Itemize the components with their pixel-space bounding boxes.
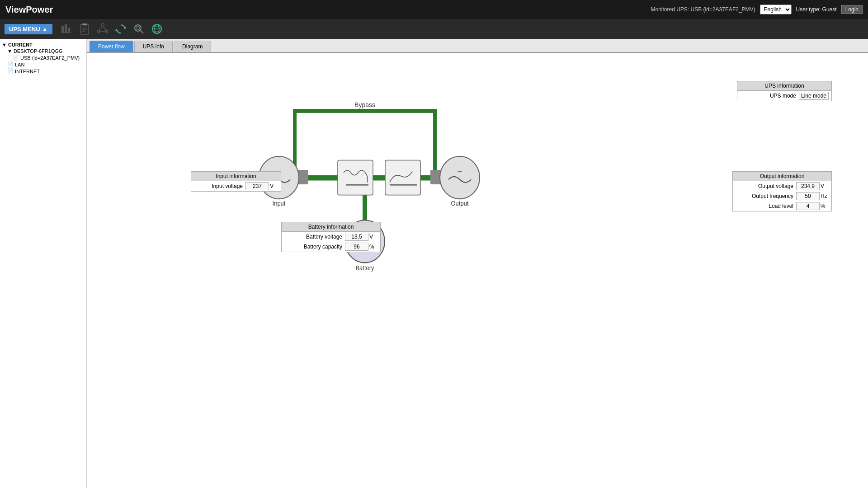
power-flow-diagram: ~ ~: [87, 53, 868, 488]
sidebar-item-internet[interactable]: 📄 INTERNET: [2, 68, 85, 75]
input-voltage-label: Input voltage: [194, 183, 245, 189]
svg-point-9: [101, 23, 104, 26]
tab-ups-info[interactable]: UPS info: [134, 41, 173, 52]
power-flow-panel: ~ ~: [87, 53, 868, 488]
tab-power-flow[interactable]: Power flow: [90, 41, 133, 52]
svg-rect-0: [61, 26, 64, 33]
ups-mode-value: Line mode: [799, 92, 829, 100]
lan-doc-icon: 📄: [7, 61, 14, 67]
tab-diagram[interactable]: Diagram: [174, 41, 211, 52]
search-button[interactable]: [131, 21, 146, 37]
sidebar-current-label: CURRENT: [8, 42, 33, 47]
svg-rect-41: [385, 160, 420, 195]
ups-info-box: UPS information UPS mode Line mode: [737, 81, 832, 101]
input-voltage-row: Input voltage 237 V: [191, 181, 281, 191]
battery-capacity-label: Battery capacity: [284, 244, 344, 250]
output-info-box: Output information Output voltage 234.9 …: [732, 171, 832, 211]
battery-voltage-value: 13.5: [345, 233, 368, 241]
monitored-ups-label: Monitored UPS: USB (id=2A37EAF2_PMV): [651, 6, 755, 13]
battery-voltage-unit: V: [369, 234, 377, 240]
output-label: Output: [451, 200, 468, 207]
sidebar-desktop-label: DESKTOP-6FR1QGG: [14, 48, 63, 54]
svg-rect-4: [80, 24, 89, 34]
sidebar-lan-label: LAN: [15, 62, 24, 67]
usb-doc-icon: 📄: [13, 55, 19, 61]
svg-point-19: [136, 26, 140, 30]
network-button[interactable]: [95, 21, 110, 37]
battery-capacity-value: 96: [345, 243, 368, 251]
globe-icon: [151, 23, 163, 35]
output-frequency-unit: Hz: [821, 193, 829, 199]
load-level-unit: %: [821, 203, 829, 209]
output-voltage-row: Output voltage 234.9 V: [733, 181, 831, 191]
report-button[interactable]: [77, 21, 92, 37]
load-level-value: 4: [796, 202, 820, 210]
output-frequency-row: Output frequency 50 Hz: [733, 191, 831, 201]
output-voltage-unit: V: [821, 183, 829, 189]
svg-line-12: [99, 26, 103, 30]
svg-rect-1: [65, 24, 67, 33]
svg-line-18: [140, 30, 143, 33]
battery-info-title: Battery information: [282, 222, 380, 232]
output-info-title: Output information: [733, 172, 831, 181]
ups-info-title: UPS information: [737, 81, 831, 91]
svg-rect-2: [68, 28, 70, 33]
svg-text:~: ~: [457, 166, 462, 177]
output-frequency-value: 50: [796, 192, 820, 200]
battery-capacity-unit: %: [369, 244, 377, 250]
language-select[interactable]: English: [760, 5, 792, 14]
output-voltage-value: 234.9: [796, 182, 820, 190]
output-frequency-label: Output frequency: [736, 193, 795, 199]
battery-label: Battery: [355, 265, 374, 272]
output-voltage-label: Output voltage: [736, 183, 795, 189]
battery-info-box: Battery information Battery voltage 13.5…: [281, 222, 381, 252]
statistics-button[interactable]: [59, 21, 74, 37]
login-button[interactable]: Login: [841, 5, 863, 14]
sidebar-item-desktop[interactable]: ▼ DESKTOP-6FR1QGG: [2, 48, 85, 54]
sidebar-usb-label: USB (id=2A37EAF2_PMV): [20, 55, 80, 61]
ups-mode-row: UPS mode Line mode: [737, 91, 831, 101]
battery-capacity-row: Battery capacity 96 %: [282, 242, 380, 252]
ups-mode-label: UPS mode: [740, 93, 798, 99]
svg-line-13: [103, 26, 107, 30]
topbar: ViewPower Monitored UPS: USB (id=2A37EAF…: [0, 0, 868, 19]
battery-voltage-row: Battery voltage 13.5 V: [282, 232, 380, 242]
sidebar-item-current[interactable]: ▼ CURRENT: [2, 42, 85, 48]
battery-voltage-label: Battery voltage: [284, 234, 344, 240]
sidebar-item-lan[interactable]: 📄 LAN: [2, 61, 85, 68]
input-label: Input: [273, 200, 286, 207]
input-info-box: Input information Input voltage 237 V: [191, 171, 281, 192]
internet-doc-icon: 📄: [7, 68, 14, 74]
ups-menu-arrow: ▲: [42, 26, 48, 33]
input-voltage-value: 237: [245, 182, 269, 190]
svg-point-17: [135, 25, 141, 31]
topbar-right: Monitored UPS: USB (id=2A37EAF2_PMV) Eng…: [651, 5, 863, 14]
svg-rect-5: [82, 23, 87, 25]
main-layout: ▼ CURRENT ▼ DESKTOP-6FR1QGG 📄 USB (id=2A…: [0, 39, 868, 488]
app-title: ViewPower: [5, 5, 53, 15]
svg-point-36: [440, 156, 480, 199]
report-icon: [78, 23, 91, 35]
user-type-label: User type: Guest: [796, 6, 837, 13]
bar-chart-icon: [60, 23, 73, 35]
load-level-label: Load level: [736, 203, 795, 209]
ups-menu-button[interactable]: UPS MENU ▲: [5, 24, 52, 34]
load-level-row: Load level 4 %: [733, 201, 831, 211]
bypass-label: Bypass: [354, 101, 375, 108]
network-icon: [96, 23, 109, 35]
content-area: Power flow UPS info Diagram: [87, 39, 868, 488]
sidebar-item-usb[interactable]: 📄 USB (id=2A37EAF2_PMV): [2, 54, 85, 61]
refresh-button[interactable]: [113, 21, 128, 37]
search-icon: [132, 23, 145, 35]
ups-menu-label: UPS MENU: [9, 26, 40, 33]
input-voltage-unit: V: [270, 183, 278, 189]
sidebar-internet-label: INTERNET: [15, 69, 40, 74]
globe-button[interactable]: [149, 21, 165, 37]
current-collapse-icon: ▼: [2, 42, 7, 47]
desktop-folder-icon: ▼: [7, 48, 12, 54]
sidebar: ▼ CURRENT ▼ DESKTOP-6FR1QGG 📄 USB (id=2A…: [0, 39, 87, 488]
input-info-title: Input information: [191, 172, 281, 181]
refresh-icon: [114, 23, 127, 35]
toolbar: UPS MENU ▲: [0, 19, 868, 39]
tab-bar: Power flow UPS info Diagram: [87, 39, 868, 53]
